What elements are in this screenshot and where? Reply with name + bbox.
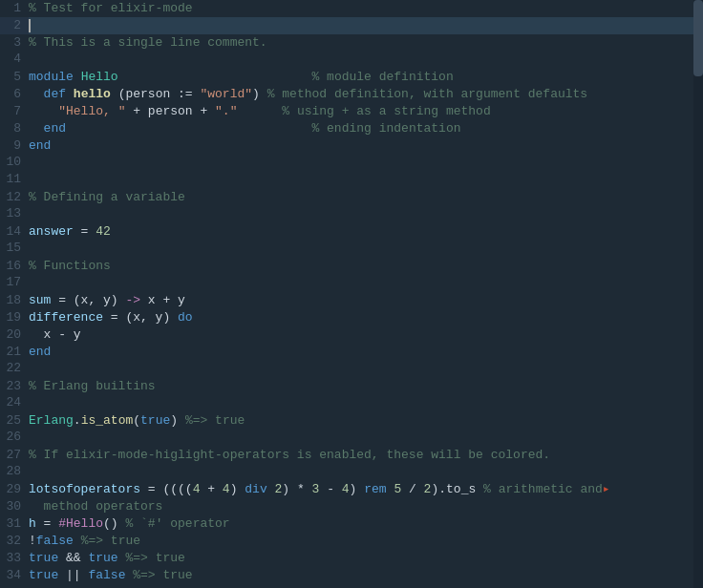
line-content-18: sum = (x, y) -> x + y <box>29 292 703 309</box>
line-number-4: 4 <box>0 52 29 66</box>
line-17: 17 <box>0 275 703 292</box>
line-number-5: 5 <box>0 70 29 84</box>
line-content-7: "Hello, " + person + "." % using + as a … <box>29 103 703 120</box>
line-number-2: 2 <box>0 18 29 32</box>
line-content-14: answer = 42 <box>29 223 703 241</box>
line-number-8: 8 <box>0 121 29 136</box>
line-number-22: 22 <box>0 361 29 375</box>
line-content-23: % Erlang builtins <box>29 378 703 395</box>
line-number-12: 12 <box>0 190 29 204</box>
line-number-14: 14 <box>0 224 29 239</box>
line-3: 3 % This is a single line comment. <box>0 34 703 52</box>
line-21: 21 end <box>0 344 703 361</box>
line-content-8: end % ending indentation <box>29 120 703 137</box>
line-1: 1 % Test for elixir-mode <box>0 0 703 17</box>
line-18: 18 sum = (x, y) -> x + y <box>0 292 703 309</box>
line-number-21: 21 <box>0 345 29 359</box>
line-11: 11 <box>0 172 703 189</box>
line-content-30: method operators <box>29 498 703 515</box>
line-28: 28 <box>0 464 703 481</box>
line-20: 20 x - y <box>0 326 703 344</box>
line-number-34: 34 <box>0 568 29 582</box>
line-26: 26 <box>0 430 703 447</box>
line-number-20: 20 <box>0 327 29 342</box>
line-content-31: h = #Hello() % `#' operator <box>29 515 703 533</box>
line-content-25: Erlang.is_atom(true) %=> true <box>29 412 703 430</box>
line-content-12: % Defining a variable <box>29 189 703 206</box>
line-30: 30 method operators <box>0 498 703 515</box>
line-22: 22 <box>0 361 703 378</box>
line-number-17: 17 <box>0 275 29 289</box>
code-lines: 1 % Test for elixir-mode 2 3 % This is a… <box>0 0 703 584</box>
line-6: 6 def hello (person := "world") % method… <box>0 86 703 103</box>
line-16: 16 % Functions <box>0 258 703 275</box>
code-editor[interactable]: 1 % Test for elixir-mode 2 3 % This is a… <box>0 0 703 588</box>
line-25: 25 Erlang.is_atom(true) %=> true <box>0 412 703 430</box>
line-number-9: 9 <box>0 138 29 153</box>
line-content-2 <box>29 17 703 34</box>
line-number-15: 15 <box>0 241 29 255</box>
line-number-32: 32 <box>0 534 29 548</box>
line-4: 4 <box>0 52 703 69</box>
line-content-32: !false %=> true <box>29 533 703 550</box>
line-number-18: 18 <box>0 293 29 307</box>
line-content-9: end <box>29 137 703 155</box>
line-content-1: % Test for elixir-mode <box>29 0 703 17</box>
line-content-16: % Functions <box>29 258 703 275</box>
line-content-34: true || false %=> true <box>29 567 703 584</box>
line-content-21: end <box>29 344 703 361</box>
scrollbar[interactable] <box>693 0 703 588</box>
line-content-20: x - y <box>29 326 703 344</box>
line-14: 14 answer = 42 <box>0 223 703 241</box>
line-5: 5 module Hello % module definition <box>0 69 703 86</box>
line-content-6: def hello (person := "world") % method d… <box>29 86 703 103</box>
line-content-19: difference = (x, y) do <box>29 309 703 326</box>
line-number-6: 6 <box>0 87 29 101</box>
line-29: 29 lotsofoperators = ((((4 + 4) div 2) *… <box>0 481 703 498</box>
line-number-3: 3 <box>0 35 29 50</box>
line-12: 12 % Defining a variable <box>0 189 703 206</box>
line-content-29: lotsofoperators = ((((4 + 4) div 2) * 3 … <box>29 481 703 498</box>
line-10: 10 <box>0 155 703 172</box>
line-number-33: 33 <box>0 551 29 565</box>
line-23: 23 % Erlang builtins <box>0 378 703 395</box>
line-content-33: true && true %=> true <box>29 550 703 567</box>
line-number-25: 25 <box>0 413 29 428</box>
line-number-29: 29 <box>0 482 29 496</box>
line-content-27: % If elixir-mode-higlight-operators is e… <box>29 447 703 464</box>
line-24: 24 <box>0 395 703 412</box>
line-content-5: module Hello % module definition <box>29 69 703 86</box>
line-number-26: 26 <box>0 430 29 444</box>
line-number-27: 27 <box>0 448 29 462</box>
line-number-28: 28 <box>0 464 29 478</box>
line-number-11: 11 <box>0 172 29 186</box>
line-number-24: 24 <box>0 395 29 410</box>
line-number-13: 13 <box>0 206 29 220</box>
line-9: 9 end <box>0 137 703 155</box>
line-33: 33 true && true %=> true <box>0 550 703 567</box>
line-27: 27 % If elixir-mode-higlight-operators i… <box>0 447 703 464</box>
line-19: 19 difference = (x, y) do <box>0 309 703 326</box>
line-13: 13 <box>0 206 703 223</box>
line-number-30: 30 <box>0 499 29 514</box>
line-15: 15 <box>0 241 703 258</box>
line-34: 34 true || false %=> true <box>0 567 703 584</box>
line-32: 32 !false %=> true <box>0 533 703 550</box>
line-number-7: 7 <box>0 104 29 118</box>
line-number-19: 19 <box>0 310 29 325</box>
text-cursor <box>29 19 31 32</box>
line-8: 8 end % ending indentation <box>0 120 703 137</box>
line-31: 31 h = #Hello() % `#' operator <box>0 515 703 533</box>
line-number-23: 23 <box>0 379 29 393</box>
line-7: 7 "Hello, " + person + "." % using + as … <box>0 103 703 120</box>
scrollbar-thumb[interactable] <box>693 0 703 76</box>
line-content-3: % This is a single line comment. <box>29 34 703 52</box>
line-number-10: 10 <box>0 155 29 169</box>
line-number-31: 31 <box>0 516 29 531</box>
line-number-16: 16 <box>0 259 29 273</box>
line-2: 2 <box>0 17 703 34</box>
line-number-1: 1 <box>0 1 29 15</box>
